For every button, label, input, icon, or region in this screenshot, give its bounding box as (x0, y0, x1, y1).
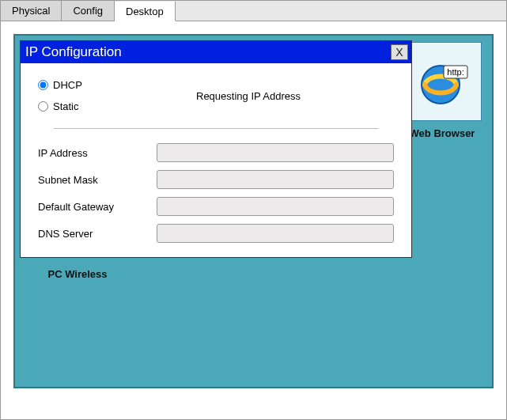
dhcp-option[interactable]: DHCP (38, 79, 165, 91)
dialog-title: IP Configuration (25, 44, 122, 60)
default-gateway-input[interactable] (157, 197, 394, 216)
ip-address-input[interactable] (157, 143, 394, 162)
ip-form: IP Address Subnet Mask Default Gateway D… (38, 143, 394, 243)
static-label: Static (53, 100, 79, 112)
dialog-body: DHCP Static Requesting IP Address IP Add… (21, 63, 411, 257)
app-window: Physical Config Desktop http: Web Browse… (0, 0, 507, 420)
dhcp-radio[interactable] (38, 80, 48, 90)
tab-physical[interactable]: Physical (1, 1, 62, 21)
default-gateway-label: Default Gateway (38, 201, 157, 213)
tab-config[interactable]: Config (62, 1, 115, 21)
desktop-area: http: Web Browser PC Wireless IP Configu… (13, 34, 494, 388)
status-message: Requesting IP Address (165, 79, 301, 102)
static-radio[interactable] (38, 101, 48, 112)
http-badge-text: http: (447, 67, 463, 77)
tab-bar: Physical Config Desktop (1, 1, 506, 21)
dhcp-label: DHCP (53, 79, 82, 91)
dialog-titlebar[interactable]: IP Configuration X (21, 41, 411, 63)
pc-wireless-label: PC Wireless (34, 268, 121, 280)
ip-address-label: IP Address (38, 147, 157, 159)
subnet-mask-label: Subnet Mask (38, 174, 157, 186)
tab-desktop[interactable]: Desktop (115, 2, 176, 21)
subnet-mask-input[interactable] (157, 170, 394, 189)
divider (54, 128, 378, 129)
desktop-icon-pc-wireless[interactable]: PC Wireless (34, 268, 121, 280)
web-browser-icon[interactable]: http: (403, 42, 482, 121)
ip-config-dialog: IP Configuration X DHCP Static (20, 40, 412, 258)
static-option[interactable]: Static (38, 100, 165, 112)
dns-server-label: DNS Server (38, 228, 157, 240)
dns-server-input[interactable] (157, 224, 394, 243)
close-button[interactable]: X (391, 44, 408, 60)
ip-mode-group: DHCP Static (38, 79, 165, 112)
